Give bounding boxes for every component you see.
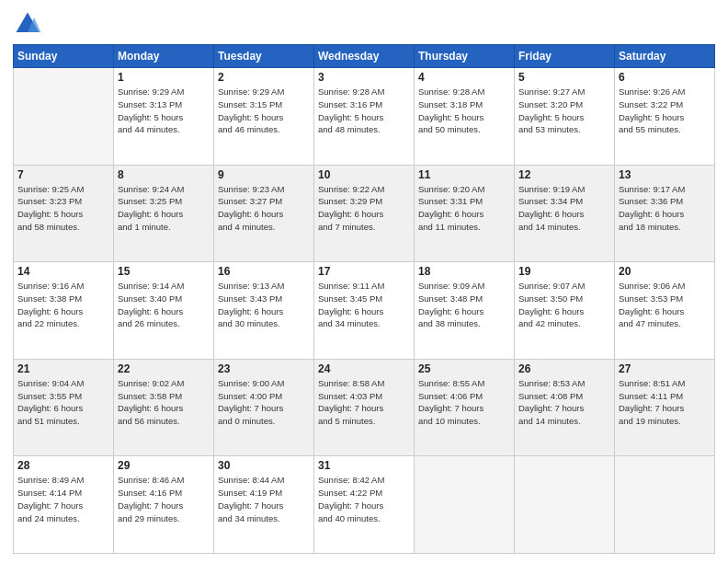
calendar-cell: 17Sunrise: 9:11 AM Sunset: 3:45 PM Dayli…: [314, 262, 415, 360]
calendar-cell: 23Sunrise: 9:00 AM Sunset: 4:00 PM Dayli…: [214, 359, 314, 456]
calendar-week-row: 1Sunrise: 9:29 AM Sunset: 3:13 PM Daylig…: [14, 68, 715, 166]
calendar-cell: 2Sunrise: 9:29 AM Sunset: 3:15 PM Daylig…: [214, 68, 314, 166]
day-info: Sunrise: 8:49 AM Sunset: 4:14 PM Dayligh…: [17, 474, 109, 524]
day-info: Sunrise: 8:51 AM Sunset: 4:11 PM Dayligh…: [619, 377, 711, 428]
day-number: 1: [118, 71, 210, 84]
calendar-cell: 8Sunrise: 9:24 AM Sunset: 3:25 PM Daylig…: [114, 165, 214, 262]
calendar-cell: 3Sunrise: 9:28 AM Sunset: 3:16 PM Daylig…: [314, 68, 415, 166]
day-number: 29: [118, 459, 210, 472]
day-info: Sunrise: 9:28 AM Sunset: 3:16 PM Dayligh…: [318, 86, 410, 136]
day-info: Sunrise: 9:25 AM Sunset: 3:23 PM Dayligh…: [17, 183, 109, 234]
day-number: 6: [619, 71, 711, 84]
day-info: Sunrise: 9:00 AM Sunset: 4:00 PM Dayligh…: [218, 377, 310, 428]
calendar-cell: 21Sunrise: 9:04 AM Sunset: 3:55 PM Dayli…: [14, 359, 114, 456]
calendar-cell: 5Sunrise: 9:27 AM Sunset: 3:20 PM Daylig…: [515, 68, 615, 166]
logo-icon: [13, 9, 42, 39]
day-number: 3: [318, 71, 410, 84]
calendar-cell: 20Sunrise: 9:06 AM Sunset: 3:53 PM Dayli…: [615, 262, 715, 360]
day-number: 26: [518, 362, 610, 375]
day-number: 10: [318, 168, 410, 181]
day-info: Sunrise: 9:14 AM Sunset: 3:40 PM Dayligh…: [118, 280, 210, 330]
day-info: Sunrise: 8:53 AM Sunset: 4:08 PM Dayligh…: [518, 377, 610, 428]
calendar-week-row: 14Sunrise: 9:16 AM Sunset: 3:38 PM Dayli…: [14, 262, 715, 360]
day-number: 18: [418, 265, 510, 278]
calendar-week-row: 7Sunrise: 9:25 AM Sunset: 3:23 PM Daylig…: [14, 165, 715, 262]
col-header-saturday: Saturday: [615, 45, 715, 68]
day-info: Sunrise: 9:26 AM Sunset: 3:22 PM Dayligh…: [619, 86, 711, 136]
day-info: Sunrise: 9:19 AM Sunset: 3:34 PM Dayligh…: [518, 183, 610, 234]
day-info: Sunrise: 9:16 AM Sunset: 3:38 PM Dayligh…: [17, 280, 109, 330]
day-number: 14: [17, 265, 109, 278]
calendar-cell: 7Sunrise: 9:25 AM Sunset: 3:23 PM Daylig…: [14, 165, 114, 262]
calendar-cell: 22Sunrise: 9:02 AM Sunset: 3:58 PM Dayli…: [114, 359, 214, 456]
day-number: 7: [17, 168, 109, 181]
calendar-cell: 12Sunrise: 9:19 AM Sunset: 3:34 PM Dayli…: [515, 165, 615, 262]
day-info: Sunrise: 9:23 AM Sunset: 3:27 PM Dayligh…: [218, 183, 310, 234]
calendar-cell: 26Sunrise: 8:53 AM Sunset: 4:08 PM Dayli…: [515, 359, 615, 456]
day-number: 13: [619, 168, 711, 181]
day-number: 9: [218, 168, 310, 181]
calendar-cell: 30Sunrise: 8:44 AM Sunset: 4:19 PM Dayli…: [214, 456, 314, 554]
col-header-monday: Monday: [114, 45, 214, 68]
day-number: 25: [418, 362, 510, 375]
day-number: 30: [218, 459, 310, 472]
col-header-friday: Friday: [515, 45, 615, 68]
calendar-cell: 9Sunrise: 9:23 AM Sunset: 3:27 PM Daylig…: [214, 165, 314, 262]
day-info: Sunrise: 9:24 AM Sunset: 3:25 PM Dayligh…: [118, 183, 210, 234]
page: SundayMondayTuesdayWednesdayThursdayFrid…: [0, 0, 728, 563]
day-number: 12: [518, 168, 610, 181]
calendar-cell: 24Sunrise: 8:58 AM Sunset: 4:03 PM Dayli…: [314, 359, 415, 456]
calendar-cell: 4Sunrise: 9:28 AM Sunset: 3:18 PM Daylig…: [415, 68, 515, 166]
calendar-cell: 14Sunrise: 9:16 AM Sunset: 3:38 PM Dayli…: [14, 262, 114, 360]
day-number: 2: [218, 71, 310, 84]
calendar-cell: 27Sunrise: 8:51 AM Sunset: 4:11 PM Dayli…: [615, 359, 715, 456]
day-info: Sunrise: 9:09 AM Sunset: 3:48 PM Dayligh…: [418, 280, 510, 330]
day-info: Sunrise: 9:02 AM Sunset: 3:58 PM Dayligh…: [118, 377, 210, 428]
day-info: Sunrise: 9:27 AM Sunset: 3:20 PM Dayligh…: [518, 86, 610, 136]
calendar-header-row: SundayMondayTuesdayWednesdayThursdayFrid…: [14, 45, 715, 68]
day-info: Sunrise: 9:04 AM Sunset: 3:55 PM Dayligh…: [17, 377, 109, 428]
calendar-cell: [615, 456, 715, 554]
col-header-sunday: Sunday: [14, 45, 114, 68]
day-info: Sunrise: 8:42 AM Sunset: 4:22 PM Dayligh…: [318, 474, 410, 524]
day-number: 8: [118, 168, 210, 181]
day-info: Sunrise: 9:28 AM Sunset: 3:18 PM Dayligh…: [418, 86, 510, 136]
calendar-cell: 29Sunrise: 8:46 AM Sunset: 4:16 PM Dayli…: [114, 456, 214, 554]
day-info: Sunrise: 9:11 AM Sunset: 3:45 PM Dayligh…: [318, 280, 410, 330]
calendar-cell: [415, 456, 515, 554]
calendar-cell: 31Sunrise: 8:42 AM Sunset: 4:22 PM Dayli…: [314, 456, 415, 554]
calendar-cell: 16Sunrise: 9:13 AM Sunset: 3:43 PM Dayli…: [214, 262, 314, 360]
day-number: 11: [418, 168, 510, 181]
day-number: 17: [318, 265, 410, 278]
day-number: 15: [118, 265, 210, 278]
day-info: Sunrise: 9:29 AM Sunset: 3:13 PM Dayligh…: [118, 86, 210, 136]
calendar-cell: 19Sunrise: 9:07 AM Sunset: 3:50 PM Dayli…: [515, 262, 615, 360]
calendar-cell: 1Sunrise: 9:29 AM Sunset: 3:13 PM Daylig…: [114, 68, 214, 166]
calendar-table: SundayMondayTuesdayWednesdayThursdayFrid…: [13, 44, 715, 554]
day-number: 24: [318, 362, 410, 375]
day-info: Sunrise: 8:46 AM Sunset: 4:16 PM Dayligh…: [118, 474, 210, 524]
day-number: 20: [619, 265, 711, 278]
calendar-cell: [515, 456, 615, 554]
day-info: Sunrise: 9:22 AM Sunset: 3:29 PM Dayligh…: [318, 183, 410, 234]
calendar-cell: 11Sunrise: 9:20 AM Sunset: 3:31 PM Dayli…: [415, 165, 515, 262]
header: [13, 9, 715, 39]
calendar-cell: 10Sunrise: 9:22 AM Sunset: 3:29 PM Dayli…: [314, 165, 415, 262]
day-info: Sunrise: 9:17 AM Sunset: 3:36 PM Dayligh…: [619, 183, 711, 234]
calendar-cell: 25Sunrise: 8:55 AM Sunset: 4:06 PM Dayli…: [415, 359, 515, 456]
col-header-thursday: Thursday: [415, 45, 515, 68]
day-number: 5: [518, 71, 610, 84]
day-number: 23: [218, 362, 310, 375]
col-header-wednesday: Wednesday: [314, 45, 415, 68]
calendar-cell: 13Sunrise: 9:17 AM Sunset: 3:36 PM Dayli…: [615, 165, 715, 262]
day-number: 16: [218, 265, 310, 278]
day-info: Sunrise: 9:06 AM Sunset: 3:53 PM Dayligh…: [619, 280, 711, 330]
calendar-cell: 15Sunrise: 9:14 AM Sunset: 3:40 PM Dayli…: [114, 262, 214, 360]
day-info: Sunrise: 8:44 AM Sunset: 4:19 PM Dayligh…: [218, 474, 310, 524]
day-info: Sunrise: 9:07 AM Sunset: 3:50 PM Dayligh…: [518, 280, 610, 330]
day-info: Sunrise: 9:29 AM Sunset: 3:15 PM Dayligh…: [218, 86, 310, 136]
day-number: 4: [418, 71, 510, 84]
calendar-week-row: 21Sunrise: 9:04 AM Sunset: 3:55 PM Dayli…: [14, 359, 715, 456]
day-number: 21: [17, 362, 109, 375]
day-info: Sunrise: 9:13 AM Sunset: 3:43 PM Dayligh…: [218, 280, 310, 330]
